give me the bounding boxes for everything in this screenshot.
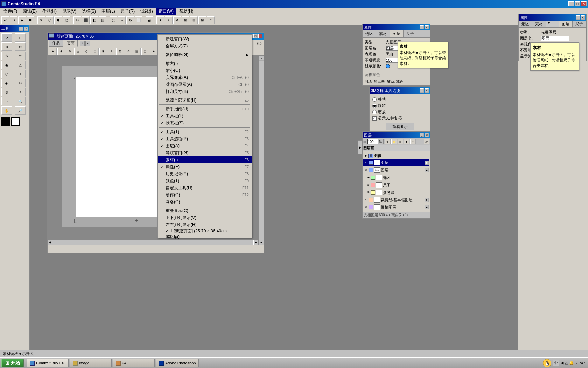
attr-name-input[interactable] [541, 36, 569, 41]
doc-close[interactable]: ✕ [258, 34, 262, 38]
layer-row-ruler[interactable]: 👁 尺子 [363, 182, 429, 189]
panel-collapse-btn[interactable]: ▶ [358, 140, 362, 154]
menu-help[interactable]: 帮助(H) [176, 8, 196, 15]
floating-tab-selection[interactable]: 选区 [363, 30, 376, 37]
checkbox-3d-ctrl-box[interactable]: ✓ [372, 116, 377, 121]
menu-new-guide[interactable]: 新手指南(U) F10 [158, 105, 252, 113]
simple-display-btn[interactable]: 简易显示 [386, 123, 414, 130]
attr-close[interactable]: ✕ [581, 15, 585, 20]
tool-diamond[interactable]: ◈ [1, 79, 12, 87]
toolbar-btn-20[interactable]: ❖ [173, 16, 181, 24]
tray-icon-2[interactable]: △ [565, 361, 568, 365]
menu-window[interactable]: 窗口(W) [156, 8, 176, 15]
tool-scissors[interactable]: ✂ [15, 79, 26, 87]
layers-minimize[interactable]: _ [420, 133, 424, 137]
start-button[interactable]: ⊞ 开始 [1, 359, 24, 367]
toolbar-btn-9[interactable]: ✂ [74, 16, 81, 24]
tool-opts-minimize[interactable]: _ [420, 88, 424, 93]
toolbar-btn-7[interactable]: ⬢ [54, 16, 62, 24]
toolbar-btn-14[interactable]: ↔ [118, 16, 126, 24]
layer-row-2[interactable]: 👁 img 图层 ▶ [363, 166, 429, 173]
menu-edit[interactable]: 编辑(E) [20, 8, 40, 15]
floating-attr-close[interactable]: ✕ [425, 25, 429, 29]
toolbar-btn-18[interactable]: ✦ [156, 16, 164, 24]
menu-toolbar[interactable]: ✓ 工具栏(L) [158, 113, 252, 120]
menu-reset-panels[interactable]: 复位调板(G) ▶ [158, 51, 252, 58]
doc-tool-11[interactable]: ▤ [133, 48, 141, 55]
layers-close[interactable]: ✕ [425, 133, 429, 137]
radio-scale-btn[interactable] [372, 110, 377, 114]
tool-text[interactable]: T [15, 70, 26, 78]
radio-move-btn[interactable] [372, 97, 377, 102]
menu-select[interactable]: 选择(S) [79, 8, 99, 15]
menu-materials[interactable]: 素材(I) F6 [158, 156, 252, 163]
checkbox-3d-ctrl[interactable]: ✓ 显示3D控制器 [372, 116, 427, 121]
doc-tool-7[interactable]: ⊞ [99, 48, 107, 55]
tool-search[interactable]: 🔎 [15, 106, 26, 115]
menu-tools[interactable]: ✓ 工具(T) F2 [158, 128, 252, 135]
layer-arrow-crop[interactable]: ▶ [425, 198, 429, 202]
toolbar-btn-17[interactable]: 🖨 [146, 16, 153, 24]
doc-tool-13[interactable]: ✦ [150, 48, 158, 55]
tool-pencil[interactable]: ✏ [15, 52, 26, 60]
menu-leftright[interactable]: 左右排列显示(H) [158, 221, 252, 228]
maximize-button[interactable]: □ [575, 1, 580, 6]
ime-indicator[interactable]: 中 [553, 360, 559, 366]
layer-eye-grid[interactable]: 👁 [364, 205, 368, 209]
menu-actions[interactable]: 动作(O) F12 [158, 191, 252, 198]
layer-eye-1[interactable]: 👁 [364, 161, 368, 165]
doc-tool-3[interactable]: ⊗ [66, 48, 74, 55]
menu-fullscreen[interactable]: 全屏方式(Z) [158, 42, 252, 49]
floating-tab-ruler[interactable]: 尺子 [404, 30, 417, 37]
menu-layer[interactable]: 图层(L) [99, 8, 118, 15]
toolbar-btn-8[interactable]: ◎ [63, 16, 70, 24]
layers-btn-1[interactable]: ⊕ [385, 139, 391, 144]
doc-tool-10[interactable]: ✧ [125, 48, 132, 55]
tray-icon-3[interactable]: 🔔 [569, 361, 574, 365]
menu-ruler[interactable]: 尺子(R) [118, 8, 138, 15]
background-color[interactable] [11, 117, 20, 126]
scroll-down[interactable]: ▼ [259, 240, 264, 245]
taskbar-photoshop[interactable]: Adobe Photoshop [156, 359, 199, 367]
layer-arrow-grid[interactable]: ▶ [425, 205, 429, 209]
attr-tab-layer[interactable]: 图层 [559, 21, 573, 27]
toolbar-btn-10[interactable]: ⬛ [82, 16, 90, 24]
radio-rotate[interactable]: 旋转 [372, 103, 427, 108]
taskbar-comicstudio[interactable]: ComicStudio EX [27, 359, 69, 367]
layers-zoom-input[interactable] [368, 139, 378, 144]
tool-target[interactable]: ⊙ [1, 88, 12, 96]
menu-overlap[interactable]: 重叠显示(C) [158, 207, 252, 214]
radio-move[interactable]: 移动 [372, 97, 427, 102]
layer-row-crop[interactable]: 👁 裁剪线/基本框图层 ▶ [363, 196, 429, 203]
menu-print-size[interactable]: 打印尺寸(B) Ctrl+Shift+0 [158, 88, 252, 95]
attr-tab-ruler[interactable]: 尺子 [573, 21, 586, 27]
tool-pen[interactable]: ✎ [1, 52, 12, 60]
layer-eye-crop[interactable]: 👁 [364, 198, 368, 202]
toolbar-btn-24[interactable]: ≡ [207, 16, 215, 24]
menu-view[interactable]: 显示(V) [59, 8, 79, 15]
toolbar-btn-23[interactable]: ⊠ [198, 16, 206, 24]
menu-fit-canvas[interactable]: 满画布显示(A) Ctrl+0 [158, 81, 252, 88]
menu-custom-tools[interactable]: 自定义工具(U) F11 [158, 184, 252, 191]
layer-eye-guide[interactable]: 👁 [366, 190, 370, 195]
tool-arrow[interactable]: ↗ [1, 33, 12, 42]
layer-eye-2[interactable]: 👁 [364, 168, 368, 172]
layer-row-selection[interactable]: 👁 选区 [363, 174, 429, 181]
attr-minimize[interactable]: _ [576, 15, 580, 20]
toolbar-btn-5[interactable]: ↖ [37, 16, 45, 24]
menu-topbottom[interactable]: 上下排列显示(V) [158, 214, 252, 221]
scroll-up[interactable]: ▲ [259, 56, 264, 61]
tool-opts-close[interactable]: ✕ [425, 88, 429, 93]
menu-new-window[interactable]: 新建窗口(W) [158, 35, 252, 42]
foreground-color[interactable] [1, 117, 10, 126]
attr-tab-selection[interactable]: 选区 [519, 21, 532, 27]
layer-row-grid[interactable]: 👁 栅格图层 ▶ [363, 204, 429, 211]
menu-actual-pixels[interactable]: 实际像素(A) Ctrl+Alt+0 [158, 74, 252, 81]
menu-work[interactable]: 作品(H) [40, 8, 59, 15]
toolbar-btn-16[interactable]: ⬜ [135, 16, 142, 24]
menu-file[interactable]: 文件(F) [1, 8, 20, 15]
layers-btn-2[interactable]: 📁 [391, 139, 397, 144]
tool-zoom[interactable]: 🔍 [15, 97, 26, 105]
toolbar-btn-6[interactable]: ⬡ [46, 16, 54, 24]
toolbar-btn-13[interactable]: ⬚ [110, 16, 117, 24]
